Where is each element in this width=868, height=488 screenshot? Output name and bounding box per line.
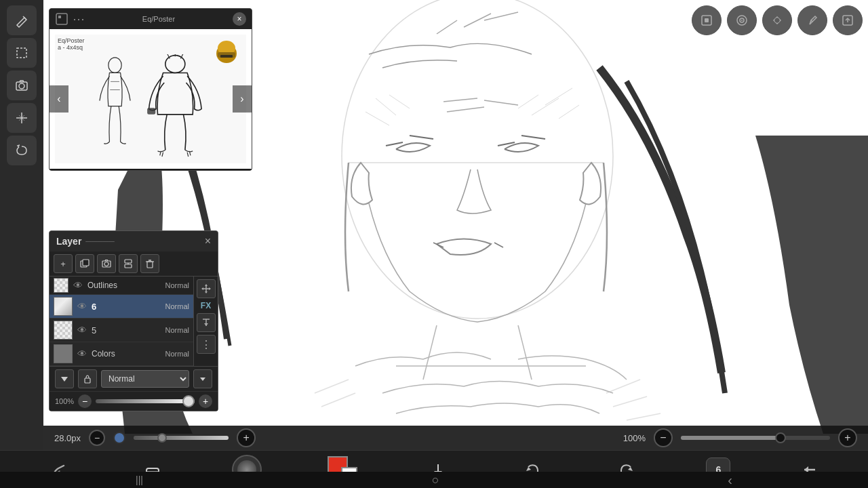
svg-line-38	[811, 20, 812, 22]
layer-toolbar: +	[50, 251, 218, 277]
android-nav: ||| ○ ‹	[0, 472, 868, 488]
left-toolbar	[0, 0, 43, 450]
layer-6-row[interactable]: 👁 6 Normal	[50, 295, 193, 319]
ref-header: ⋯ Eq/Poster ×	[50, 9, 252, 29]
layer-outlines-name: Outlines	[87, 281, 117, 290]
layer-camera-btn[interactable]	[97, 254, 116, 273]
svg-rect-73	[85, 378, 90, 383]
svg-marker-72	[61, 377, 68, 382]
svg-marker-67	[201, 287, 203, 290]
layer-colors-visibility[interactable]: 👁	[75, 347, 89, 361]
layer-5-name: 5	[92, 325, 96, 336]
blend-mode-select[interactable]: Normal Multiply Screen Overlay	[101, 370, 189, 388]
svg-line-22	[321, 393, 355, 407]
layer-6-mode: Normal	[165, 302, 189, 310]
svg-line-24	[613, 396, 647, 407]
svg-marker-70	[204, 323, 208, 326]
ref-figure-area: Eq/Poster a - 4x4sq	[55, 35, 246, 163]
layer-main-col: 👁 Outlines Normal 👁 6 Normal 👁 5	[50, 277, 193, 366]
svg-rect-41	[56, 14, 67, 24]
svg-line-2	[464, 14, 491, 27]
svg-marker-81	[628, 467, 633, 471]
svg-line-7	[521, 136, 545, 139]
layer-5-row[interactable]: 👁 5 Normal	[50, 319, 193, 342]
top-right-toolbar	[692, 5, 863, 35]
svg-point-37	[741, 20, 743, 21]
brush-size-slider[interactable]	[134, 436, 229, 440]
layer-trash-btn[interactable]	[140, 254, 159, 273]
ref-close-btn[interactable]: ×	[233, 12, 246, 26]
layer-merge-down-btn[interactable]	[197, 313, 216, 332]
stabilize-btn[interactable]	[692, 5, 722, 35]
android-home-btn[interactable]: ○	[432, 473, 439, 487]
draw-tool-btn[interactable]	[7, 5, 37, 35]
svg-line-10	[423, 325, 437, 380]
layer-5-mode: Normal	[165, 326, 189, 334]
layer-colors-row[interactable]: 👁 Colors Normal	[50, 342, 193, 366]
android-back-btn[interactable]: ‹	[728, 472, 732, 488]
svg-line-23	[606, 380, 640, 393]
ref-next-btn[interactable]: ›	[233, 85, 252, 113]
svg-line-11	[518, 325, 532, 380]
svg-point-0	[342, 0, 613, 319]
brush-size-plus-btn[interactable]: +	[237, 428, 256, 447]
blend-mode-arrow-btn[interactable]	[193, 369, 212, 388]
layer-colors-mode: Normal	[165, 350, 189, 358]
svg-rect-54	[147, 108, 155, 115]
ref-content: Eq/Poster a - 4x4sq	[50, 29, 252, 169]
camera-tool-btn[interactable]	[7, 70, 37, 100]
ref-menu-btn[interactable]: ⋯	[73, 12, 85, 26]
layer-opacity-row: 100% − +	[50, 391, 218, 411]
layer-move-btn[interactable]	[197, 279, 216, 298]
ref-figure-title: Eq/Poster a - 4x4sq	[58, 37, 85, 51]
svg-marker-74	[200, 378, 205, 381]
svg-line-14	[532, 98, 559, 115]
svg-marker-68	[209, 287, 211, 290]
layer-add-btn[interactable]: +	[54, 254, 73, 273]
layer-merge-btn[interactable]	[119, 254, 138, 273]
layer-6-visibility[interactable]: 👁	[75, 300, 89, 313]
layer-side-col: FX ⋮	[193, 277, 218, 366]
zoom-slider[interactable]	[681, 436, 830, 440]
layer-bottom-bar: Normal Multiply Screen Overlay	[50, 366, 218, 391]
layer-arrow-down-btn[interactable]	[55, 369, 74, 388]
share-btn[interactable]	[833, 5, 863, 35]
opacity-plus-btn[interactable]: +	[199, 394, 212, 408]
layer-lock-btn[interactable]	[78, 369, 97, 388]
layer-outlines-visibility[interactable]: 👁	[71, 279, 85, 292]
opacity-slider[interactable]	[96, 399, 195, 403]
svg-point-47	[108, 57, 121, 73]
svg-line-28	[484, 100, 518, 105]
svg-line-25	[627, 413, 660, 420]
brush-size-minus-btn[interactable]: −	[89, 430, 105, 446]
transform-tool-btn[interactable]	[7, 103, 37, 133]
select-tool-btn[interactable]	[7, 38, 37, 68]
svg-rect-30	[17, 48, 26, 58]
svg-line-3	[484, 12, 518, 20]
svg-line-27	[447, 107, 484, 112]
svg-marker-65	[205, 284, 208, 286]
layer-colors-name: Colors	[92, 349, 115, 359]
zoom-plus-btn[interactable]: +	[838, 428, 857, 447]
svg-line-1	[437, 20, 457, 34]
opacity-minus-btn[interactable]: −	[78, 394, 92, 408]
svg-line-5	[410, 136, 433, 139]
transform2-btn[interactable]	[762, 5, 792, 35]
svg-line-13	[518, 95, 538, 108]
layer-more-btn[interactable]: ⋮	[197, 335, 216, 354]
layer-5-visibility[interactable]: 👁	[75, 323, 89, 337]
opacity-label: 100%	[55, 397, 74, 405]
android-menu-btn[interactable]: |||	[136, 474, 143, 485]
layer-duplicate-btn[interactable]	[75, 254, 94, 273]
lasso-tool-btn[interactable]	[7, 136, 37, 165]
layer-divider: ─────	[85, 237, 115, 246]
svg-rect-42	[58, 16, 61, 18]
zoom-minus-btn[interactable]: −	[654, 428, 673, 447]
pen-btn[interactable]	[797, 5, 827, 35]
reference-panel: ⋯ Eq/Poster × ‹ Eq/Poster a - 4x4sq	[49, 8, 252, 171]
ref-body: ‹ Eq/Poster a - 4x4sq	[50, 29, 252, 169]
fx-label[interactable]: FX	[201, 301, 211, 310]
layer-close-btn[interactable]: ×	[205, 235, 211, 247]
ref-prev-btn[interactable]: ‹	[50, 85, 68, 113]
snapping-btn[interactable]	[727, 5, 757, 35]
